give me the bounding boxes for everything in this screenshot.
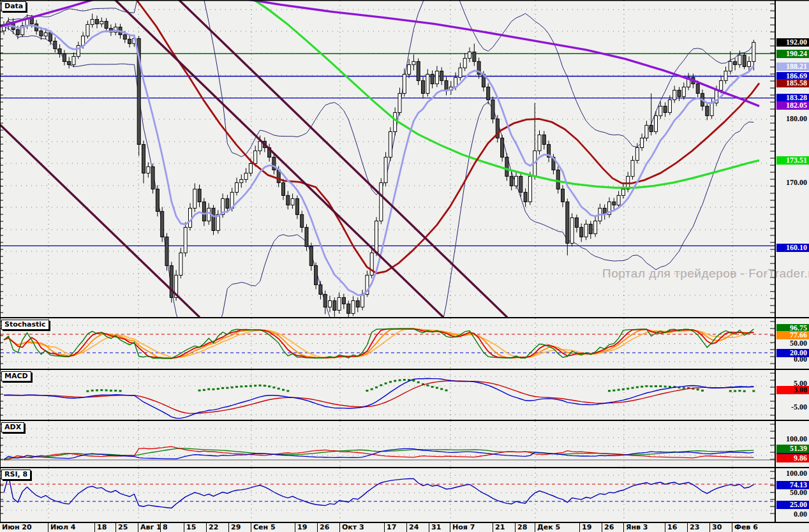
panel-label-data[interactable]: Data	[1, 1, 26, 11]
axis-label: 28	[515, 523, 535, 532]
axis-label: Июл 4	[48, 523, 94, 532]
axis-label: 17	[384, 523, 406, 532]
axis-label: Фев 6	[732, 523, 782, 532]
axis-label: 15	[184, 523, 206, 532]
chart-window: Data Stochastic MACD ADX RSI, 8 Портал д…	[0, 0, 809, 532]
price-label-100.00: 100.00	[776, 435, 809, 443]
axis-label: Авг 1	[138, 523, 160, 532]
axis-label: 19	[579, 523, 602, 532]
price-scale-column[interactable]: 192.00190.24188.21186.69185.58183.28182.…	[776, 0, 809, 522]
axis-label: 25	[115, 523, 138, 532]
price-label-51.39: 51.39	[776, 445, 809, 453]
axis-label: 26	[317, 523, 339, 532]
panel-label-adx[interactable]: ADX	[1, 422, 24, 432]
axis-label: 16	[665, 523, 687, 532]
price-label-100.00: 100.00	[776, 469, 809, 478]
price-label-190.24: 190.24	[776, 50, 809, 58]
axis-label: 29	[228, 523, 251, 532]
axis-label: Окт 3	[339, 523, 384, 532]
adx-panel	[1, 421, 775, 467]
price-label-0.00: 0.00	[776, 510, 809, 519]
axis-label: Июн 20	[0, 523, 48, 532]
price-label-170.00: 170.00	[776, 179, 809, 187]
price-label-188.21: 188.21	[776, 63, 809, 71]
panel-label-macd[interactable]: MACD	[1, 371, 31, 381]
price-label--5.00: -5.00	[776, 403, 809, 411]
axis-label: 18	[94, 523, 115, 532]
axis-label: Янв 3	[623, 523, 665, 532]
axis-label: 26	[602, 523, 623, 532]
axis-label: 30	[709, 523, 732, 532]
stoch-panel	[1, 318, 775, 369]
price-label-173.51: 173.51	[776, 156, 809, 165]
chart-canvas[interactable]	[0, 0, 809, 532]
panel-label-rsi[interactable]: RSI, 8	[1, 469, 31, 480]
date-axis[interactable]: Июн 20Июл 41825Авг 18152229Сен 51926Окт …	[0, 523, 809, 532]
price-label-25.00: 25.00	[776, 501, 809, 509]
main-panel	[0, 0, 775, 407]
axis-label: 24	[406, 523, 429, 532]
axis-label: 21	[493, 523, 515, 532]
axis-label: Дек 5	[535, 523, 579, 532]
price-label-0.00: 0.00	[776, 355, 809, 364]
price-label-185.58: 185.58	[776, 79, 809, 87]
price-label-9.86: 9.86	[776, 454, 809, 462]
price-label-192.00: 192.00	[776, 38, 809, 47]
price-label-3.08: 3.08	[776, 386, 809, 394]
axis-label: 23	[687, 523, 709, 532]
axis-label: 19	[295, 523, 317, 532]
panel-label-stochastic[interactable]: Stochastic	[1, 320, 49, 330]
axis-label: 31	[429, 523, 450, 532]
axis-label: Ноя 7	[450, 523, 493, 532]
axis-label: 22	[206, 523, 228, 532]
price-label-160.10: 160.10	[776, 244, 809, 252]
price-label-180.00: 180.00	[776, 115, 809, 123]
axis-label: 8	[160, 523, 184, 532]
price-label-182.05: 182.05	[776, 101, 809, 110]
axis-label: Сен 5	[251, 523, 295, 532]
price-label-50.00: 50.00	[776, 339, 809, 348]
rsi-panel	[1, 468, 775, 522]
price-label-50.00: 50.00	[776, 489, 809, 497]
macd-panel	[1, 370, 775, 420]
